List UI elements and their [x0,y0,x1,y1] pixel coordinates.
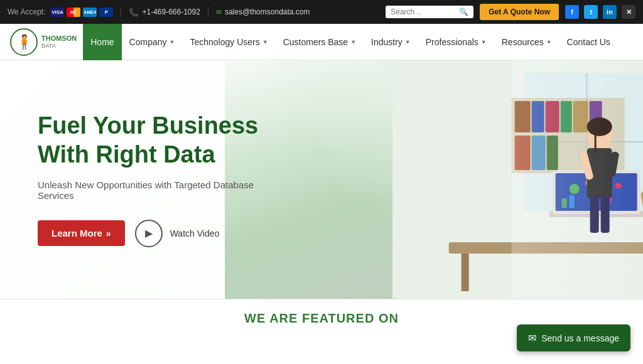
top-bar-right: 🔍 Get A Quote Now f t in ✕ [386,4,635,20]
svg-rect-46 [511,60,643,299]
chevron-icon: ▼ [405,39,411,45]
divider [121,7,121,17]
logo-subname: DATA [41,43,77,49]
nav-technology-users[interactable]: Technology Users ▼ [182,24,275,60]
featured-title: WE ARE FEATURED ON [244,311,399,326]
hero-section: Fuel Your Business With Right Data Unlea… [0,60,643,299]
mastercard-icon: MC [67,8,80,17]
send-message-label: Send us a message [541,333,619,343]
nav-customers-base[interactable]: Customers Base ▼ [276,24,364,60]
main-nav: Home Company ▼ Technology Users ▼ Custom… [83,24,618,60]
social-icons: f t in ✕ [565,5,635,19]
logo[interactable]: 🧍 THOMSON DATA [10,28,77,56]
phone-section: 📞 +1-469-666-1092 [129,8,200,17]
chevron-icon: ▼ [262,39,268,45]
hero-subtitle: Unleash New Opportunities with Targeted … [38,179,264,201]
hero-content: Fuel Your Business With Right Data Unlea… [0,87,301,272]
divider2 [208,7,208,17]
accept-label: We Accept: [8,8,45,16]
x-icon[interactable]: ✕ [622,5,635,19]
watch-video-group[interactable]: ▶ Watch Video [135,220,220,247]
chevron-icon: ▼ [546,39,552,45]
hero-title: Fuel Your Business With Right Data [38,112,264,169]
facebook-icon[interactable]: f [565,5,579,19]
search-icon: 🔍 [459,8,468,16]
email-address: sales@thomsondata.com [225,8,310,16]
logo-text-block: THOMSON DATA [41,35,77,49]
nav-professionals[interactable]: Professionals ▼ [418,24,494,60]
navbar: 🧍 THOMSON DATA Home Company ▼ Technology… [0,24,643,60]
top-bar-left: We Accept: VISA MC AMEX P 📞 +1-469-666-1… [8,7,310,17]
email-section: ✉ sales@thomsondata.com [216,8,310,16]
phone-icon: 📞 [129,8,139,17]
chevron-icon: ▼ [481,39,487,45]
svg-rect-15 [461,254,468,291]
envelope-icon: ✉ [528,332,536,344]
learn-more-button[interactable]: Learn More » [38,220,125,246]
hero-buttons: Learn More » ▶ Watch Video [38,220,264,247]
nav-resources[interactable]: Resources ▼ [494,24,559,60]
top-bar: We Accept: VISA MC AMEX P 📞 +1-469-666-1… [0,0,643,24]
visa-icon: VISA [50,8,64,17]
amex-icon: AMEX [83,8,97,17]
chevron-icon: ▼ [350,39,356,45]
send-message-button[interactable]: ✉ Send us a message [517,324,630,351]
nav-contact[interactable]: Contact Us [559,24,618,60]
twitter-icon[interactable]: t [584,5,598,19]
linkedin-icon[interactable]: in [603,5,617,19]
play-button[interactable]: ▶ [135,220,163,247]
quote-button[interactable]: Get A Quote Now [480,4,559,20]
watch-video-label: Watch Video [170,228,220,238]
phone-number: +1-469-666-1092 [142,8,200,16]
paypal-icon: P [99,8,113,17]
logo-circle: 🧍 [10,28,38,56]
nav-industry[interactable]: Industry ▼ [364,24,418,60]
nav-company[interactable]: Company ▼ [122,24,183,60]
search-input[interactable] [391,8,456,16]
payment-icons: VISA MC AMEX P [50,8,113,17]
email-icon: ✉ [216,8,222,16]
nav-home[interactable]: Home [83,24,121,60]
logo-name: THOMSON [41,35,77,43]
chevron-icon: ▼ [170,39,175,45]
search-box[interactable]: 🔍 [386,6,473,18]
